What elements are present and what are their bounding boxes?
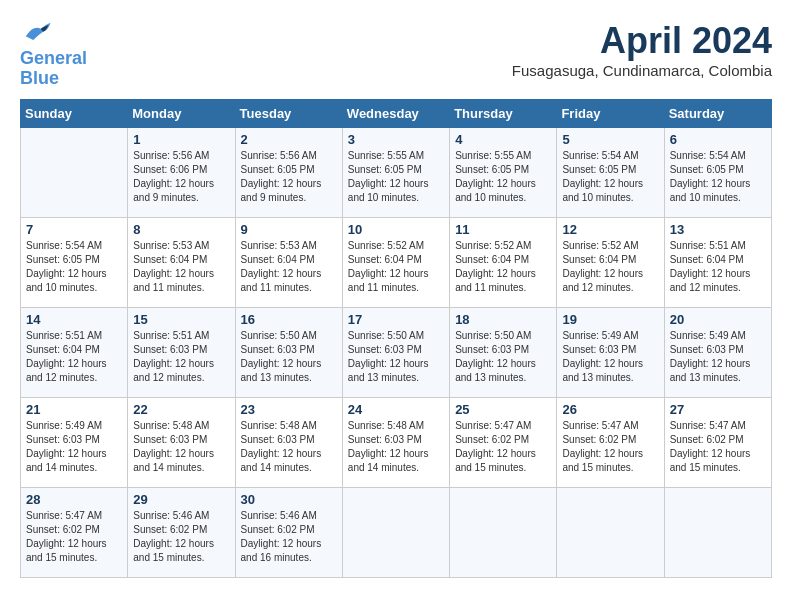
- calendar-cell: 27Sunrise: 5:47 AMSunset: 6:02 PMDayligh…: [664, 397, 771, 487]
- day-number: 1: [133, 132, 229, 147]
- calendar-week-4: 21Sunrise: 5:49 AMSunset: 6:03 PMDayligh…: [21, 397, 772, 487]
- day-info: Sunrise: 5:48 AMSunset: 6:03 PMDaylight:…: [348, 419, 444, 475]
- header-tuesday: Tuesday: [235, 99, 342, 127]
- day-number: 20: [670, 312, 766, 327]
- calendar-cell: [21, 127, 128, 217]
- calendar-cell: 4Sunrise: 5:55 AMSunset: 6:05 PMDaylight…: [450, 127, 557, 217]
- day-info: Sunrise: 5:53 AMSunset: 6:04 PMDaylight:…: [241, 239, 337, 295]
- day-info: Sunrise: 5:46 AMSunset: 6:02 PMDaylight:…: [241, 509, 337, 565]
- header-monday: Monday: [128, 99, 235, 127]
- day-info: Sunrise: 5:47 AMSunset: 6:02 PMDaylight:…: [26, 509, 122, 565]
- calendar-cell: 11Sunrise: 5:52 AMSunset: 6:04 PMDayligh…: [450, 217, 557, 307]
- day-number: 19: [562, 312, 658, 327]
- calendar-cell: 18Sunrise: 5:50 AMSunset: 6:03 PMDayligh…: [450, 307, 557, 397]
- day-number: 21: [26, 402, 122, 417]
- header-row: Sunday Monday Tuesday Wednesday Thursday…: [21, 99, 772, 127]
- day-number: 14: [26, 312, 122, 327]
- calendar-cell: 21Sunrise: 5:49 AMSunset: 6:03 PMDayligh…: [21, 397, 128, 487]
- calendar-cell: 22Sunrise: 5:48 AMSunset: 6:03 PMDayligh…: [128, 397, 235, 487]
- day-number: 27: [670, 402, 766, 417]
- day-number: 26: [562, 402, 658, 417]
- header-saturday: Saturday: [664, 99, 771, 127]
- day-info: Sunrise: 5:49 AMSunset: 6:03 PMDaylight:…: [670, 329, 766, 385]
- day-info: Sunrise: 5:56 AMSunset: 6:06 PMDaylight:…: [133, 149, 229, 205]
- day-number: 29: [133, 492, 229, 507]
- day-info: Sunrise: 5:54 AMSunset: 6:05 PMDaylight:…: [670, 149, 766, 205]
- day-number: 7: [26, 222, 122, 237]
- day-info: Sunrise: 5:51 AMSunset: 6:04 PMDaylight:…: [26, 329, 122, 385]
- day-info: Sunrise: 5:47 AMSunset: 6:02 PMDaylight:…: [455, 419, 551, 475]
- day-number: 24: [348, 402, 444, 417]
- calendar-week-3: 14Sunrise: 5:51 AMSunset: 6:04 PMDayligh…: [21, 307, 772, 397]
- logo-text: General Blue: [20, 49, 87, 89]
- day-number: 8: [133, 222, 229, 237]
- day-info: Sunrise: 5:49 AMSunset: 6:03 PMDaylight:…: [562, 329, 658, 385]
- calendar-cell: 14Sunrise: 5:51 AMSunset: 6:04 PMDayligh…: [21, 307, 128, 397]
- header-friday: Friday: [557, 99, 664, 127]
- day-number: 4: [455, 132, 551, 147]
- calendar-cell: 13Sunrise: 5:51 AMSunset: 6:04 PMDayligh…: [664, 217, 771, 307]
- day-number: 10: [348, 222, 444, 237]
- day-info: Sunrise: 5:54 AMSunset: 6:05 PMDaylight:…: [26, 239, 122, 295]
- day-info: Sunrise: 5:52 AMSunset: 6:04 PMDaylight:…: [455, 239, 551, 295]
- day-info: Sunrise: 5:56 AMSunset: 6:05 PMDaylight:…: [241, 149, 337, 205]
- day-info: Sunrise: 5:50 AMSunset: 6:03 PMDaylight:…: [241, 329, 337, 385]
- calendar-cell: 24Sunrise: 5:48 AMSunset: 6:03 PMDayligh…: [342, 397, 449, 487]
- day-number: 18: [455, 312, 551, 327]
- calendar-cell: 19Sunrise: 5:49 AMSunset: 6:03 PMDayligh…: [557, 307, 664, 397]
- day-info: Sunrise: 5:47 AMSunset: 6:02 PMDaylight:…: [670, 419, 766, 475]
- title-block: April 2024 Fusagasuga, Cundinamarca, Col…: [512, 20, 772, 79]
- day-number: 13: [670, 222, 766, 237]
- calendar-cell: 30Sunrise: 5:46 AMSunset: 6:02 PMDayligh…: [235, 487, 342, 577]
- day-info: Sunrise: 5:46 AMSunset: 6:02 PMDaylight:…: [133, 509, 229, 565]
- day-info: Sunrise: 5:50 AMSunset: 6:03 PMDaylight:…: [455, 329, 551, 385]
- calendar-table: Sunday Monday Tuesday Wednesday Thursday…: [20, 99, 772, 578]
- day-number: 23: [241, 402, 337, 417]
- day-number: 30: [241, 492, 337, 507]
- day-info: Sunrise: 5:48 AMSunset: 6:03 PMDaylight:…: [133, 419, 229, 475]
- day-number: 17: [348, 312, 444, 327]
- calendar-cell: 7Sunrise: 5:54 AMSunset: 6:05 PMDaylight…: [21, 217, 128, 307]
- day-info: Sunrise: 5:51 AMSunset: 6:03 PMDaylight:…: [133, 329, 229, 385]
- day-number: 2: [241, 132, 337, 147]
- header-wednesday: Wednesday: [342, 99, 449, 127]
- calendar-cell: 10Sunrise: 5:52 AMSunset: 6:04 PMDayligh…: [342, 217, 449, 307]
- day-info: Sunrise: 5:55 AMSunset: 6:05 PMDaylight:…: [455, 149, 551, 205]
- calendar-cell: [664, 487, 771, 577]
- month-title: April 2024: [512, 20, 772, 62]
- day-info: Sunrise: 5:55 AMSunset: 6:05 PMDaylight:…: [348, 149, 444, 205]
- calendar-cell: [450, 487, 557, 577]
- day-number: 11: [455, 222, 551, 237]
- calendar-week-1: 1Sunrise: 5:56 AMSunset: 6:06 PMDaylight…: [21, 127, 772, 217]
- day-number: 3: [348, 132, 444, 147]
- day-number: 16: [241, 312, 337, 327]
- calendar-cell: 20Sunrise: 5:49 AMSunset: 6:03 PMDayligh…: [664, 307, 771, 397]
- calendar-cell: 8Sunrise: 5:53 AMSunset: 6:04 PMDaylight…: [128, 217, 235, 307]
- calendar-header: Sunday Monday Tuesday Wednesday Thursday…: [21, 99, 772, 127]
- calendar-cell: 9Sunrise: 5:53 AMSunset: 6:04 PMDaylight…: [235, 217, 342, 307]
- calendar-cell: [557, 487, 664, 577]
- calendar-cell: 3Sunrise: 5:55 AMSunset: 6:05 PMDaylight…: [342, 127, 449, 217]
- calendar-cell: 2Sunrise: 5:56 AMSunset: 6:05 PMDaylight…: [235, 127, 342, 217]
- day-info: Sunrise: 5:51 AMSunset: 6:04 PMDaylight:…: [670, 239, 766, 295]
- day-number: 28: [26, 492, 122, 507]
- day-info: Sunrise: 5:49 AMSunset: 6:03 PMDaylight:…: [26, 419, 122, 475]
- day-info: Sunrise: 5:53 AMSunset: 6:04 PMDaylight:…: [133, 239, 229, 295]
- day-number: 25: [455, 402, 551, 417]
- calendar-cell: 16Sunrise: 5:50 AMSunset: 6:03 PMDayligh…: [235, 307, 342, 397]
- calendar-cell: 5Sunrise: 5:54 AMSunset: 6:05 PMDaylight…: [557, 127, 664, 217]
- calendar-cell: 1Sunrise: 5:56 AMSunset: 6:06 PMDaylight…: [128, 127, 235, 217]
- day-info: Sunrise: 5:52 AMSunset: 6:04 PMDaylight:…: [348, 239, 444, 295]
- calendar-body: 1Sunrise: 5:56 AMSunset: 6:06 PMDaylight…: [21, 127, 772, 577]
- calendar-cell: 6Sunrise: 5:54 AMSunset: 6:05 PMDaylight…: [664, 127, 771, 217]
- day-info: Sunrise: 5:50 AMSunset: 6:03 PMDaylight:…: [348, 329, 444, 385]
- calendar-cell: 12Sunrise: 5:52 AMSunset: 6:04 PMDayligh…: [557, 217, 664, 307]
- day-number: 22: [133, 402, 229, 417]
- location-subtitle: Fusagasuga, Cundinamarca, Colombia: [512, 62, 772, 79]
- header-sunday: Sunday: [21, 99, 128, 127]
- calendar-cell: 17Sunrise: 5:50 AMSunset: 6:03 PMDayligh…: [342, 307, 449, 397]
- day-number: 6: [670, 132, 766, 147]
- calendar-cell: 15Sunrise: 5:51 AMSunset: 6:03 PMDayligh…: [128, 307, 235, 397]
- logo: General Blue: [20, 20, 87, 89]
- calendar-week-2: 7Sunrise: 5:54 AMSunset: 6:05 PMDaylight…: [21, 217, 772, 307]
